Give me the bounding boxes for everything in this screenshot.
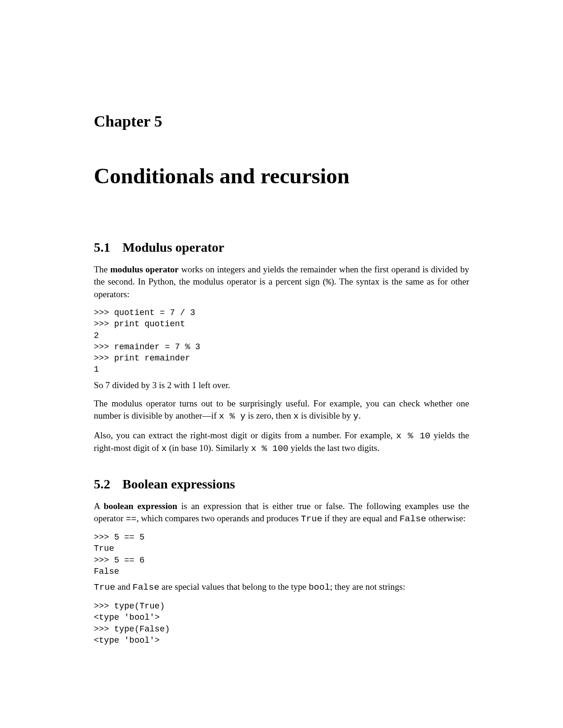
paragraph: The modulus operator works on integers a… [94,263,469,300]
term-boolean-expression: boolean expression [104,501,177,511]
term-modulus-operator: modulus operator [110,264,179,274]
inline-code: x % 100 [251,443,289,454]
section-title: Boolean expressions [122,477,235,491]
inline-code: x % y [219,411,245,421]
section-heading-5-2: 5.2Boolean expressions [94,477,469,492]
text: are special values that belong to the ty… [160,582,309,592]
inline-code: True [94,582,115,593]
paragraph: The modulus operator turns out to be sur… [94,398,469,422]
inline-code: False [133,582,160,593]
section-number: 5.2 [94,477,110,492]
text: Also, you can extract the right-most dig… [94,430,396,440]
text: The [94,264,110,274]
text: yields the last two digits. [289,443,380,453]
paragraph: So 7 divided by 3 is 2 with 1 left over. [94,379,469,391]
text: and [115,582,133,592]
code-block-equality: >>> 5 == 5 True >>> 5 == 6 False [94,532,469,577]
text: is divisible by [299,411,353,420]
page: Chapter 5 Conditionals and recursion 5.1… [0,0,563,728]
chapter-label: Chapter 5 [94,113,469,130]
code-block-quotient: >>> quotient = 7 / 3 >>> print quotient … [94,307,469,375]
section-title: Modulus operator [122,240,224,255]
text: is zero, then [246,411,294,420]
section-heading-5-1: 5.1Modulus operator [94,240,469,255]
inline-code: False [399,514,426,524]
text: (in base 10). Similarly [167,443,251,453]
paragraph: A boolean expression is an expression th… [94,500,469,525]
inline-code: x [293,411,298,421]
text: . [358,411,361,420]
inline-code: bool [309,582,330,593]
text: ; they are not strings: [330,582,405,592]
text: , which compares two operands and produc… [137,513,301,523]
section-number: 5.1 [94,240,110,255]
code-block-type-bool: >>> type(True) <type 'bool'> >>> type(Fa… [94,600,469,646]
inline-code: % [326,277,331,287]
inline-code: y [353,411,358,421]
inline-code: == [126,514,137,524]
text: otherwise: [426,513,465,523]
inline-code: True [301,514,322,524]
inline-code: x [161,443,167,454]
chapter-title: Conditionals and recursion [94,163,469,188]
paragraph: Also, you can extract the right-most dig… [94,429,469,455]
paragraph: True and False are special values that b… [94,581,469,594]
inline-code: x % 10 [396,431,430,441]
text: A [94,501,104,511]
text: if they are equal and [322,513,400,523]
